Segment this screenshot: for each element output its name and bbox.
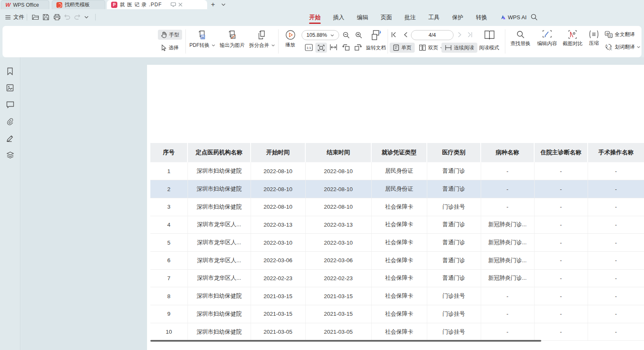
read-mode-icon[interactable] [484, 30, 495, 41]
table-cell: 10 [150, 323, 188, 341]
table-cell: 深圳市妇幼保健院 [188, 305, 251, 323]
chevron-down-icon [637, 46, 640, 48]
tab-docer[interactable]: 找稻壳模板 [52, 0, 105, 9]
table-cell: - [534, 305, 588, 323]
divider [278, 29, 279, 54]
hand-tool-button[interactable]: 手型 [158, 30, 182, 40]
divider [505, 29, 505, 54]
table-cell: 2021-03-15 [251, 305, 305, 323]
table-cell: 2022-03-06 [251, 251, 305, 269]
rotate-document-label[interactable]: 旋转文档 [366, 44, 386, 51]
screen-share-icon[interactable] [170, 2, 176, 7]
tab-wps-office[interactable]: W WPS Office [1, 0, 49, 9]
menu-tab-comment[interactable]: 批注 [403, 13, 418, 22]
menu-search-icon[interactable] [530, 13, 538, 21]
svg-text:W: W [201, 36, 204, 39]
undo-icon [63, 14, 70, 20]
last-page-icon[interactable] [467, 32, 473, 38]
menu-tab-protect[interactable]: 保护 [450, 13, 465, 22]
layers-icon[interactable] [5, 150, 15, 160]
table-cell: - [588, 287, 644, 305]
play-button[interactable]: 播放 [280, 30, 301, 49]
document-area[interactable]: 序号定点医药机构名称开始时间结束时间就诊凭证类型医疗类别病种名称住院主诊断名称手… [21, 57, 644, 350]
table-cell: - [481, 305, 534, 323]
close-tab-icon[interactable] [178, 2, 183, 7]
edit-content-button[interactable]: 编辑内容 [534, 30, 560, 47]
tab-document[interactable]: P 就 医 记 录 .PDF [107, 0, 207, 9]
continuous-read-button[interactable]: 连续阅读 [441, 43, 477, 53]
split-merge-button[interactable]: 拆分合并 [247, 30, 276, 49]
export-image-button[interactable]: 输出为图片 [217, 30, 247, 49]
table-cell: - [588, 162, 644, 180]
word-translate-button[interactable]: A文 划词翻译 [605, 43, 640, 51]
undo-button[interactable] [63, 13, 70, 22]
next-page-icon[interactable] [458, 32, 462, 38]
folder-open-icon [32, 14, 39, 20]
zoom-out-icon[interactable] [342, 31, 350, 39]
two-page-icon [419, 44, 426, 51]
menu-tab-page[interactable]: 页面 [379, 13, 394, 22]
fit-page-button[interactable] [315, 43, 327, 53]
redo-button[interactable] [74, 13, 81, 22]
print-button[interactable] [53, 13, 61, 22]
screenshot-compare-icon [568, 30, 577, 39]
zoom-in-icon[interactable] [355, 31, 363, 39]
table-horizontal-scrollbar[interactable] [150, 340, 541, 342]
screenshot-compare-button[interactable]: 截图对比 [560, 30, 586, 47]
wps-ai-button[interactable]: WPS AI [499, 13, 527, 22]
quick-access-chevron-icon[interactable] [84, 16, 89, 18]
table-cell: - [534, 180, 588, 198]
table-cell: 7 [150, 269, 188, 287]
table-cell: 门诊挂号 [427, 323, 481, 341]
table-row: 5深圳市龙华区人...2022-03-102022-03-10社会保障卡普通门诊… [150, 234, 644, 252]
menu-tab-convert[interactable]: 转换 [474, 13, 489, 22]
signature-icon[interactable] [5, 133, 15, 143]
pdf-convert-button[interactable]: W PDF转换 [187, 30, 217, 49]
find-replace-icon [516, 30, 525, 39]
table-header-cell: 住院主诊断名称 [534, 143, 588, 162]
bookmark-icon[interactable] [5, 66, 15, 76]
menu-tab-insert[interactable]: 插入 [331, 13, 346, 22]
actual-size-icon[interactable]: 1:1 [305, 44, 313, 51]
edit-content-icon [543, 30, 552, 39]
find-replace-button[interactable]: 查找替换 [506, 30, 535, 47]
save-button[interactable] [43, 13, 49, 22]
first-page-icon[interactable] [391, 32, 397, 38]
table-cell: - [534, 162, 588, 180]
play-icon [285, 30, 296, 40]
menu-tab-tools[interactable]: 工具 [426, 13, 441, 22]
tab-list-chevron-icon[interactable] [221, 3, 226, 6]
save-icon [43, 14, 49, 20]
table-cell: - [534, 269, 588, 287]
fit-width-icon[interactable] [330, 44, 337, 51]
table-cell: 2021-03-15 [251, 287, 305, 305]
attachment-icon[interactable] [5, 116, 15, 126]
chevron-down-icon [212, 44, 215, 46]
prev-page-icon[interactable] [403, 32, 408, 38]
menu-tab-home[interactable]: 开始 [307, 13, 322, 22]
compress-button[interactable]: 压缩 [586, 30, 602, 47]
rotate-right-icon[interactable] [354, 43, 362, 51]
table-header-cell: 就诊凭证类型 [371, 143, 427, 162]
file-menu-label: 文件 [13, 13, 24, 21]
select-tool-button[interactable]: 选择 [158, 43, 182, 53]
read-mode-label[interactable]: 阅读模式 [479, 44, 499, 51]
page-indicator-input[interactable]: 4/4 [411, 30, 454, 40]
table-header-cell: 开始时间 [251, 143, 305, 162]
table-cell: - [481, 180, 534, 198]
table-cell: 社会保障卡 [371, 198, 427, 216]
table-cell: - [534, 234, 588, 252]
full-translate-button[interactable]: A文 全文翻译 [605, 31, 635, 38]
thumbnail-icon[interactable] [5, 83, 15, 93]
single-page-button[interactable]: 单页 [390, 43, 415, 53]
rotate-document-icon[interactable] [370, 29, 383, 41]
menu-tab-edit[interactable]: 编辑 [355, 13, 370, 22]
file-menu-button[interactable]: 文件 [5, 13, 24, 22]
continuous-read-icon [445, 45, 452, 51]
table-cell: 深圳市龙华区人... [188, 269, 251, 287]
open-button[interactable] [32, 13, 39, 22]
comment-icon[interactable] [5, 100, 15, 110]
new-tab-button[interactable]: + [211, 0, 215, 9]
zoom-level-select[interactable]: 105.88% [302, 30, 339, 40]
rotate-left-icon[interactable] [342, 43, 350, 51]
